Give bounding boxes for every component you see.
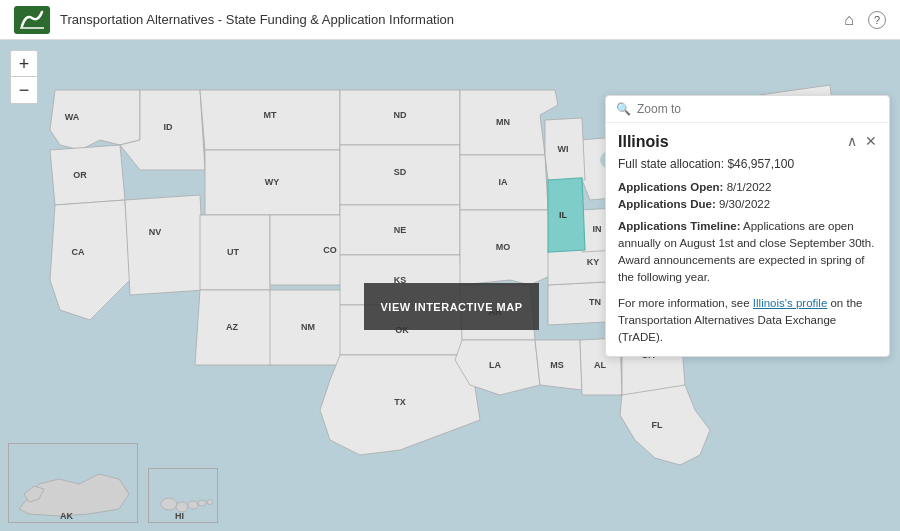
- svg-text:CA: CA: [72, 247, 85, 257]
- panel-state-name: Illinois: [618, 133, 669, 151]
- svg-text:MO: MO: [496, 242, 511, 252]
- svg-text:IN: IN: [593, 224, 602, 234]
- map-container: WA OR CA ID NV MT WY UT AZ NM CO ND SD N…: [0, 40, 900, 531]
- panel-header: Illinois ∧ ✕: [618, 133, 877, 151]
- svg-text:MN: MN: [496, 117, 510, 127]
- svg-marker-1: [50, 90, 140, 150]
- svg-text:MT: MT: [264, 110, 277, 120]
- panel-allocation: Full state allocation: $46,957,100: [618, 157, 877, 171]
- panel-link-section: For more information, see Illinois's pro…: [618, 295, 877, 347]
- header-left: Transportation Alternatives - State Fund…: [14, 6, 454, 34]
- timeline-label: Applications Timeline:: [618, 220, 740, 232]
- logo: [14, 6, 50, 34]
- panel-controls: ∧ ✕: [847, 133, 877, 149]
- svg-text:TN: TN: [589, 297, 601, 307]
- svg-point-94: [161, 498, 177, 510]
- svg-text:IA: IA: [499, 177, 509, 187]
- more-info-prefix: For more information, see: [618, 297, 753, 309]
- svg-text:ND: ND: [394, 110, 407, 120]
- illinois-profile-link[interactable]: Illinois's profile: [753, 297, 827, 309]
- panel-details: Applications Open: 8/1/2022 Applications…: [618, 179, 877, 287]
- svg-text:KY: KY: [587, 257, 600, 267]
- svg-text:OR: OR: [73, 170, 87, 180]
- svg-text:MS: MS: [550, 360, 564, 370]
- svg-point-96: [188, 501, 198, 509]
- zoom-controls: + −: [10, 50, 38, 104]
- apps-due-value: 9/30/2022: [719, 198, 770, 210]
- apps-open-value: 8/1/2022: [727, 181, 772, 193]
- apps-open-label: Applications Open:: [618, 181, 723, 193]
- zoom-out-button[interactable]: −: [11, 77, 37, 103]
- svg-text:WI: WI: [558, 144, 569, 154]
- svg-text:AZ: AZ: [226, 322, 238, 332]
- panel-search-bar: 🔍: [606, 96, 889, 123]
- svg-marker-6: [200, 90, 340, 150]
- search-icon: 🔍: [616, 102, 631, 116]
- info-panel: 🔍 Illinois ∧ ✕ Full state allocation: $4…: [605, 95, 890, 357]
- panel-collapse-button[interactable]: ∧: [847, 133, 857, 149]
- svg-point-97: [198, 500, 206, 506]
- svg-marker-5: [125, 195, 205, 295]
- svg-text:LA: LA: [489, 360, 501, 370]
- svg-text:NV: NV: [149, 227, 162, 237]
- zoom-in-button[interactable]: +: [11, 51, 37, 77]
- svg-text:SD: SD: [394, 167, 407, 177]
- alaska-inset: [8, 443, 138, 523]
- svg-text:WA: WA: [65, 112, 80, 122]
- header: Transportation Alternatives - State Fund…: [0, 0, 900, 40]
- header-icons: ⌂ ?: [844, 11, 886, 29]
- svg-text:TX: TX: [394, 397, 406, 407]
- svg-text:WY: WY: [265, 177, 280, 187]
- svg-text:NM: NM: [301, 322, 315, 332]
- svg-text:AL: AL: [594, 360, 606, 370]
- search-input[interactable]: [637, 102, 879, 116]
- svg-text:FL: FL: [652, 420, 663, 430]
- help-icon[interactable]: ?: [868, 11, 886, 29]
- view-interactive-map-button[interactable]: VIEW INTERACTIVE MAP: [364, 283, 539, 330]
- panel-close-button[interactable]: ✕: [865, 133, 877, 149]
- alaska-label: AK: [60, 511, 73, 521]
- svg-text:NE: NE: [394, 225, 407, 235]
- svg-point-98: [207, 500, 213, 505]
- svg-marker-2: [50, 145, 125, 205]
- svg-text:IL: IL: [559, 210, 568, 220]
- svg-text:CO: CO: [323, 245, 337, 255]
- svg-text:ID: ID: [164, 122, 174, 132]
- home-icon[interactable]: ⌂: [844, 11, 854, 29]
- panel-content: Illinois ∧ ✕ Full state allocation: $46,…: [606, 123, 889, 356]
- apps-due-label: Applications Due:: [618, 198, 716, 210]
- hawaii-label: HI: [175, 511, 184, 521]
- svg-text:UT: UT: [227, 247, 239, 257]
- header-title: Transportation Alternatives - State Fund…: [60, 12, 454, 27]
